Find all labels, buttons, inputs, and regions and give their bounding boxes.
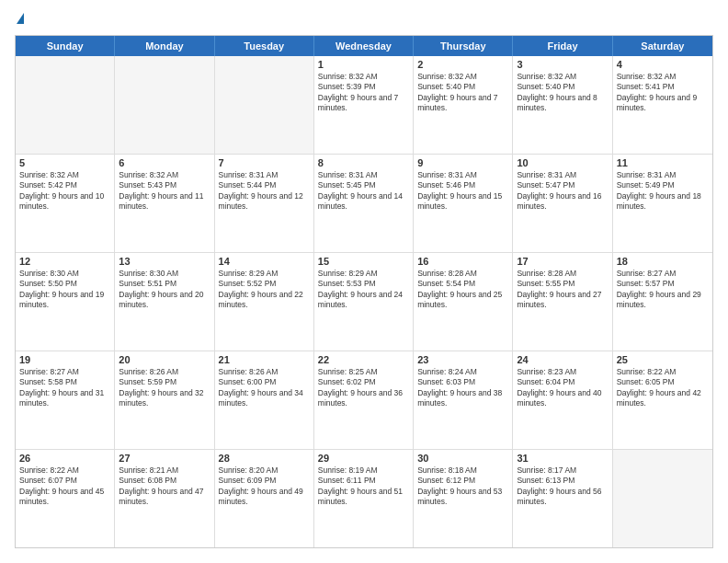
day-number: 29	[318, 453, 409, 464]
calendar-cell-2-6: 18Sunrise: 8:27 AM Sunset: 5:57 PM Dayli…	[613, 253, 712, 350]
day-number: 6	[119, 157, 210, 168]
weekday-header-friday: Friday	[513, 36, 612, 56]
logo	[15, 15, 26, 26]
day-number: 21	[219, 354, 310, 365]
cell-info: Sunrise: 8:31 AM Sunset: 5:47 PM Dayligh…	[517, 170, 608, 213]
calendar-cell-0-0	[16, 56, 115, 154]
cell-info: Sunrise: 8:25 AM Sunset: 6:02 PM Dayligh…	[318, 367, 409, 409]
day-number: 27	[119, 453, 210, 464]
cell-info: Sunrise: 8:29 AM Sunset: 5:52 PM Dayligh…	[219, 269, 310, 311]
day-number: 16	[417, 256, 508, 267]
day-number: 5	[19, 157, 110, 168]
calendar-cell-0-5: 3Sunrise: 8:32 AM Sunset: 5:40 PM Daylig…	[513, 56, 612, 154]
day-number: 1	[318, 59, 409, 70]
weekday-header-thursday: Thursday	[414, 36, 513, 56]
calendar-cell-1-3: 8Sunrise: 8:31 AM Sunset: 5:45 PM Daylig…	[314, 155, 414, 252]
day-number: 20	[119, 354, 210, 365]
calendar-row-2: 12Sunrise: 8:30 AM Sunset: 5:50 PM Dayli…	[16, 253, 712, 351]
cell-info: Sunrise: 8:31 AM Sunset: 5:46 PM Dayligh…	[417, 170, 508, 213]
cell-info: Sunrise: 8:27 AM Sunset: 5:57 PM Dayligh…	[617, 269, 709, 311]
day-number: 13	[119, 256, 210, 267]
weekday-header-monday: Monday	[115, 36, 214, 56]
cell-info: Sunrise: 8:32 AM Sunset: 5:41 PM Dayligh…	[617, 72, 709, 114]
day-number: 14	[219, 256, 310, 267]
day-number: 18	[617, 256, 709, 267]
calendar-cell-0-2	[215, 56, 314, 154]
logo-triangle-icon	[17, 13, 24, 24]
day-number: 28	[219, 453, 310, 464]
cell-info: Sunrise: 8:31 AM Sunset: 5:45 PM Dayligh…	[318, 170, 409, 213]
day-number: 12	[19, 256, 110, 267]
header	[15, 15, 713, 26]
calendar-cell-4-1: 27Sunrise: 8:21 AM Sunset: 6:08 PM Dayli…	[115, 450, 214, 547]
calendar-cell-3-2: 21Sunrise: 8:26 AM Sunset: 6:00 PM Dayli…	[215, 351, 314, 449]
cell-info: Sunrise: 8:32 AM Sunset: 5:42 PM Dayligh…	[19, 170, 110, 213]
day-number: 24	[517, 354, 608, 365]
cell-info: Sunrise: 8:32 AM Sunset: 5:40 PM Dayligh…	[517, 72, 608, 114]
calendar-cell-3-0: 19Sunrise: 8:27 AM Sunset: 5:58 PM Dayli…	[16, 351, 115, 449]
calendar-cell-2-2: 14Sunrise: 8:29 AM Sunset: 5:52 PM Dayli…	[215, 253, 314, 350]
cell-info: Sunrise: 8:22 AM Sunset: 6:05 PM Dayligh…	[617, 367, 709, 409]
calendar-cell-1-0: 5Sunrise: 8:32 AM Sunset: 5:42 PM Daylig…	[16, 155, 115, 252]
cell-info: Sunrise: 8:31 AM Sunset: 5:44 PM Dayligh…	[219, 170, 310, 213]
cell-info: Sunrise: 8:28 AM Sunset: 5:54 PM Dayligh…	[417, 269, 508, 311]
day-number: 10	[517, 157, 608, 168]
day-number: 25	[617, 354, 709, 365]
day-number: 9	[417, 157, 508, 168]
cell-info: Sunrise: 8:20 AM Sunset: 6:09 PM Dayligh…	[219, 465, 310, 508]
calendar-cell-2-5: 17Sunrise: 8:28 AM Sunset: 5:55 PM Dayli…	[513, 253, 612, 350]
calendar-cell-1-4: 9Sunrise: 8:31 AM Sunset: 5:46 PM Daylig…	[414, 155, 513, 252]
calendar-cell-1-1: 6Sunrise: 8:32 AM Sunset: 5:43 PM Daylig…	[115, 155, 214, 252]
day-number: 7	[219, 157, 310, 168]
cell-info: Sunrise: 8:21 AM Sunset: 6:08 PM Dayligh…	[119, 465, 210, 508]
cell-info: Sunrise: 8:17 AM Sunset: 6:13 PM Dayligh…	[517, 465, 608, 508]
calendar-header: SundayMondayTuesdayWednesdayThursdayFrid…	[16, 36, 712, 56]
day-number: 22	[318, 354, 409, 365]
weekday-header-tuesday: Tuesday	[215, 36, 314, 56]
calendar-cell-2-4: 16Sunrise: 8:28 AM Sunset: 5:54 PM Dayli…	[414, 253, 513, 350]
calendar: SundayMondayTuesdayWednesdayThursdayFrid…	[15, 35, 713, 548]
weekday-header-wednesday: Wednesday	[314, 36, 414, 56]
calendar-cell-3-5: 24Sunrise: 8:23 AM Sunset: 6:04 PM Dayli…	[513, 351, 612, 449]
calendar-row-3: 19Sunrise: 8:27 AM Sunset: 5:58 PM Dayli…	[16, 351, 712, 450]
calendar-cell-1-6: 11Sunrise: 8:31 AM Sunset: 5:49 PM Dayli…	[613, 155, 712, 252]
calendar-cell-0-3: 1Sunrise: 8:32 AM Sunset: 5:39 PM Daylig…	[314, 56, 414, 154]
calendar-cell-2-0: 12Sunrise: 8:30 AM Sunset: 5:50 PM Dayli…	[16, 253, 115, 350]
calendar-cell-4-0: 26Sunrise: 8:22 AM Sunset: 6:07 PM Dayli…	[16, 450, 115, 547]
calendar-row-4: 26Sunrise: 8:22 AM Sunset: 6:07 PM Dayli…	[16, 450, 712, 547]
day-number: 4	[617, 59, 709, 70]
day-number: 26	[19, 453, 110, 464]
calendar-cell-4-2: 28Sunrise: 8:20 AM Sunset: 6:09 PM Dayli…	[215, 450, 314, 547]
cell-info: Sunrise: 8:23 AM Sunset: 6:04 PM Dayligh…	[517, 367, 608, 409]
calendar-body: 1Sunrise: 8:32 AM Sunset: 5:39 PM Daylig…	[16, 56, 712, 547]
day-number: 3	[517, 59, 608, 70]
weekday-header-saturday: Saturday	[613, 36, 712, 56]
cell-info: Sunrise: 8:32 AM Sunset: 5:43 PM Dayligh…	[119, 170, 210, 213]
calendar-cell-0-1	[115, 56, 214, 154]
day-number: 2	[417, 59, 508, 70]
calendar-cell-4-5: 31Sunrise: 8:17 AM Sunset: 6:13 PM Dayli…	[513, 450, 612, 547]
cell-info: Sunrise: 8:32 AM Sunset: 5:40 PM Dayligh…	[417, 72, 508, 114]
cell-info: Sunrise: 8:30 AM Sunset: 5:51 PM Dayligh…	[119, 269, 210, 311]
day-number: 23	[417, 354, 508, 365]
calendar-cell-0-4: 2Sunrise: 8:32 AM Sunset: 5:40 PM Daylig…	[414, 56, 513, 154]
cell-info: Sunrise: 8:29 AM Sunset: 5:53 PM Dayligh…	[318, 269, 409, 311]
calendar-cell-4-4: 30Sunrise: 8:18 AM Sunset: 6:12 PM Dayli…	[414, 450, 513, 547]
day-number: 17	[517, 256, 608, 267]
day-number: 15	[318, 256, 409, 267]
cell-info: Sunrise: 8:26 AM Sunset: 6:00 PM Dayligh…	[219, 367, 310, 409]
calendar-cell-3-1: 20Sunrise: 8:26 AM Sunset: 5:59 PM Dayli…	[115, 351, 214, 449]
calendar-cell-1-2: 7Sunrise: 8:31 AM Sunset: 5:44 PM Daylig…	[215, 155, 314, 252]
day-number: 11	[617, 157, 709, 168]
cell-info: Sunrise: 8:32 AM Sunset: 5:39 PM Dayligh…	[318, 72, 409, 114]
day-number: 31	[517, 453, 608, 464]
day-number: 30	[417, 453, 508, 464]
day-number: 19	[19, 354, 110, 365]
weekday-header-sunday: Sunday	[16, 36, 115, 56]
calendar-cell-3-3: 22Sunrise: 8:25 AM Sunset: 6:02 PM Dayli…	[314, 351, 414, 449]
cell-info: Sunrise: 8:26 AM Sunset: 5:59 PM Dayligh…	[119, 367, 210, 409]
calendar-cell-2-3: 15Sunrise: 8:29 AM Sunset: 5:53 PM Dayli…	[314, 253, 414, 350]
cell-info: Sunrise: 8:28 AM Sunset: 5:55 PM Dayligh…	[517, 269, 608, 311]
calendar-cell-3-6: 25Sunrise: 8:22 AM Sunset: 6:05 PM Dayli…	[613, 351, 712, 449]
page: SundayMondayTuesdayWednesdayThursdayFrid…	[0, 0, 728, 563]
